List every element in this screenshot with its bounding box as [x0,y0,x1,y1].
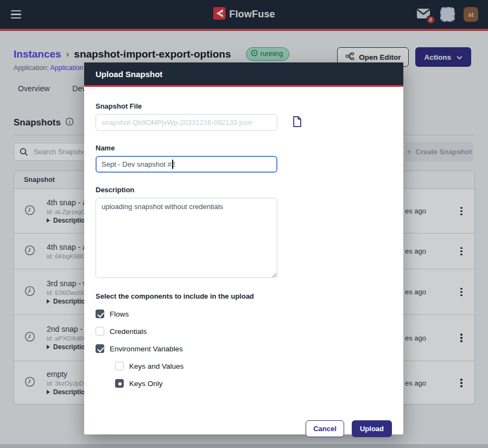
modal-title: Upload Snapshot [96,70,162,79]
description-label: Description [96,186,392,194]
upload-snapshot-modal: Upload Snapshot Snapshot File Name Descr… [84,62,403,434]
option-keys-only[interactable]: Keys Only [115,379,392,388]
name-label: Name [96,144,392,152]
upload-button[interactable]: Upload [352,420,392,437]
browse-file-button[interactable] [292,116,302,129]
checkbox-icon[interactable] [96,310,104,318]
snapshot-file-input[interactable] [96,114,277,131]
snapshot-file-label: Snapshot File [96,102,392,110]
description-textarea[interactable] [96,198,277,278]
option-credentials[interactable]: Credentials [96,327,392,336]
option-keys-and-values[interactable]: Keys and Values [115,362,392,370]
text-caret [172,160,173,169]
radio-icon[interactable] [115,379,124,388]
checkbox-icon[interactable] [96,344,104,353]
option-flows[interactable]: Flows [96,310,392,318]
cancel-button[interactable]: Cancel [306,420,344,437]
option-environment-variables[interactable]: Environment Variables [96,344,392,353]
name-input[interactable] [96,156,277,173]
checkbox-icon[interactable] [115,362,124,370]
modal-header: Upload Snapshot [84,62,403,87]
components-label: Select the components to include in the … [96,292,392,300]
document-icon [292,116,302,129]
checkbox-icon[interactable] [96,327,104,336]
